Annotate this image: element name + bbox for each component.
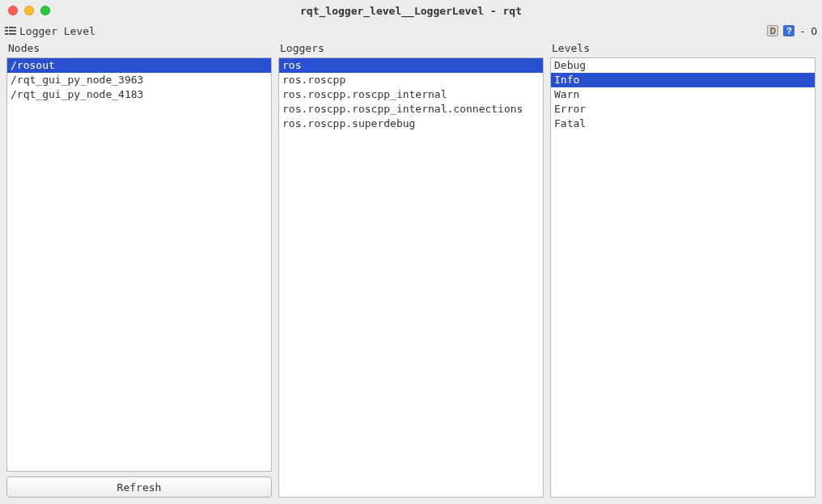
level-item[interactable]: Debug bbox=[551, 58, 815, 73]
levels-header: Levels bbox=[550, 40, 816, 57]
nodes-listbox[interactable]: /rosout/rqt_gui_py_node_3963/rqt_gui_py_… bbox=[6, 57, 272, 472]
loggers-header: Loggers bbox=[278, 40, 544, 57]
logger-list-icon bbox=[5, 26, 16, 36]
maximize-icon[interactable] bbox=[40, 6, 50, 15]
minimize-icon[interactable] bbox=[24, 6, 34, 15]
refresh-button[interactable]: Refresh bbox=[6, 476, 272, 498]
svg-rect-2 bbox=[5, 30, 8, 32]
svg-rect-5 bbox=[9, 33, 16, 35]
loggers-column: Loggers rosros.roscppros.roscpp.roscpp_i… bbox=[278, 40, 544, 498]
traffic-lights bbox=[8, 6, 50, 15]
plugin-title: Logger Level bbox=[19, 25, 95, 37]
svg-rect-0 bbox=[5, 27, 8, 28]
window-title: rqt_logger_level__LoggerLevel - rqt bbox=[8, 5, 814, 17]
titlebar: rqt_logger_level__LoggerLevel - rqt bbox=[0, 0, 822, 21]
loggers-listbox[interactable]: rosros.roscppros.roscpp.roscpp_internalr… bbox=[278, 57, 544, 498]
dock-icon[interactable]: D bbox=[767, 25, 778, 36]
svg-rect-4 bbox=[5, 33, 8, 35]
toolbar-dash: - bbox=[799, 25, 806, 37]
level-item[interactable]: Fatal bbox=[551, 116, 815, 131]
svg-rect-3 bbox=[9, 30, 16, 32]
node-item[interactable]: /rqt_gui_py_node_4183 bbox=[7, 87, 271, 102]
close-icon[interactable] bbox=[8, 6, 18, 15]
svg-rect-1 bbox=[9, 27, 16, 28]
content: Nodes /rosout/rqt_gui_py_node_3963/rqt_g… bbox=[0, 40, 822, 504]
level-item[interactable]: Warn bbox=[551, 87, 815, 102]
levels-listbox[interactable]: DebugInfoWarnErrorFatal bbox=[550, 57, 816, 498]
toolbar-right: D ? - O bbox=[767, 25, 817, 37]
nodes-column: Nodes /rosout/rqt_gui_py_node_3963/rqt_g… bbox=[6, 40, 272, 498]
node-item[interactable]: /rosout bbox=[7, 58, 271, 73]
node-item[interactable]: /rqt_gui_py_node_3963 bbox=[7, 73, 271, 87]
level-item[interactable]: Info bbox=[551, 73, 815, 87]
level-item[interactable]: Error bbox=[551, 102, 815, 116]
logger-item[interactable]: ros.roscpp bbox=[279, 73, 543, 87]
logger-item[interactable]: ros.roscpp.roscpp_internal bbox=[279, 87, 543, 102]
levels-column: Levels DebugInfoWarnErrorFatal bbox=[550, 40, 816, 498]
logger-item[interactable]: ros bbox=[279, 58, 543, 73]
help-icon[interactable]: ? bbox=[783, 25, 794, 36]
toolbar-o: O bbox=[811, 25, 817, 37]
logger-item[interactable]: ros.roscpp.superdebug bbox=[279, 116, 543, 131]
nodes-header: Nodes bbox=[6, 40, 272, 57]
logger-item[interactable]: ros.roscpp.roscpp_internal.connections bbox=[279, 102, 543, 116]
toolbar-left: Logger Level bbox=[5, 25, 95, 37]
toolbar: Logger Level D ? - O bbox=[0, 21, 822, 40]
